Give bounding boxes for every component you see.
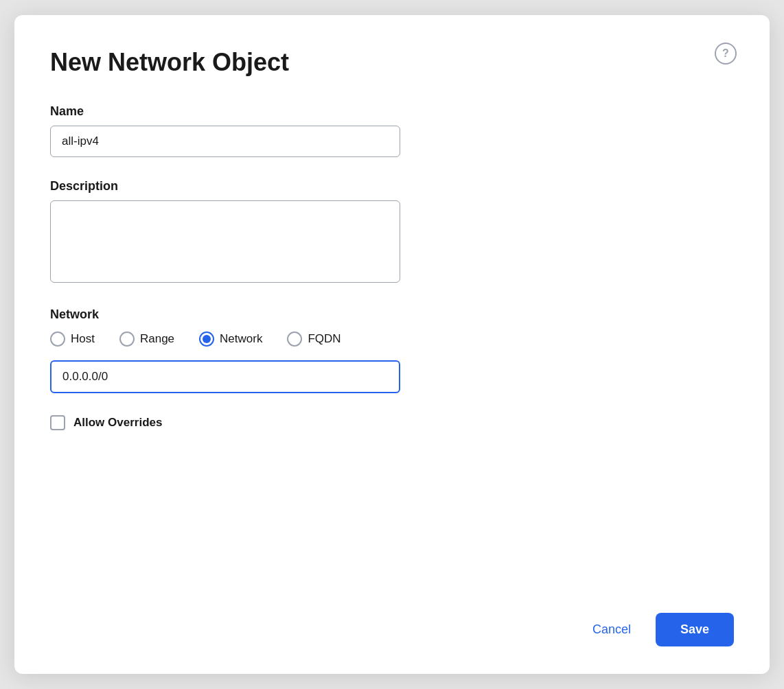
allow-overrides-row: Allow Overrides	[50, 415, 734, 430]
radio-fqdn-label: FQDN	[308, 332, 341, 346]
name-input[interactable]	[50, 126, 400, 157]
description-section: Description	[50, 179, 734, 285]
radio-option-fqdn[interactable]: FQDN	[287, 331, 341, 347]
radio-option-network[interactable]: Network	[199, 331, 262, 347]
radio-range-indicator[interactable]	[119, 331, 135, 347]
radio-option-range[interactable]: Range	[119, 331, 174, 347]
radio-network-label: Network	[220, 332, 262, 346]
cancel-button[interactable]: Cancel	[579, 614, 645, 645]
dialog-title: New Network Object	[50, 48, 734, 77]
radio-host-indicator[interactable]	[50, 331, 65, 347]
network-section-label: Network	[50, 307, 734, 322]
description-textarea[interactable]	[50, 200, 400, 283]
description-label: Description	[50, 179, 734, 194]
radio-range-label: Range	[140, 332, 174, 346]
name-section: Name	[50, 104, 734, 157]
allow-overrides-label: Allow Overrides	[73, 416, 162, 430]
name-label: Name	[50, 104, 734, 119]
network-type-radio-group: Host Range Network FQDN	[50, 331, 734, 347]
allow-overrides-checkbox[interactable]	[50, 415, 65, 430]
dialog-footer: Cancel Save	[579, 613, 734, 646]
new-network-object-dialog: ? New Network Object Name Description Ne…	[14, 15, 770, 674]
radio-fqdn-indicator[interactable]	[287, 331, 302, 347]
network-value-input[interactable]	[50, 360, 400, 393]
help-icon[interactable]: ?	[715, 43, 737, 65]
radio-host-label: Host	[71, 332, 95, 346]
radio-option-host[interactable]: Host	[50, 331, 95, 347]
radio-network-indicator[interactable]	[199, 331, 214, 347]
network-section: Network Host Range Network FQDN	[50, 307, 734, 393]
save-button[interactable]: Save	[656, 613, 734, 646]
